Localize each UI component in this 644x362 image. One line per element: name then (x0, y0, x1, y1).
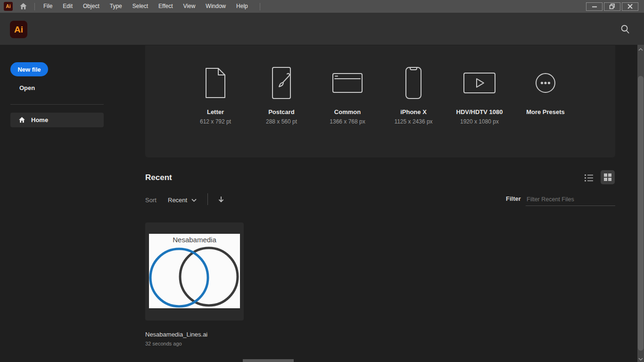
close-button[interactable] (622, 2, 638, 11)
filter-label: Filter (506, 195, 521, 202)
preset-letter[interactable]: Letter 612 x 792 pt (182, 67, 248, 157)
menu-select[interactable]: Select (127, 0, 153, 13)
preset-name: HDV/HDTV 1080 (456, 108, 503, 115)
presets-panel: Letter 612 x 792 pt Postcard 288 x 560 p… (145, 45, 615, 157)
titlebar: Ai File Edit Object Type Select Effect V… (0, 0, 644, 13)
preset-dims: 288 x 560 pt (266, 118, 297, 125)
file-thumbnail: Nesabamedia (149, 234, 240, 308)
preset-dims: 1125 x 2436 px (394, 118, 432, 125)
recent-file-card[interactable]: Nesabamedia (145, 222, 244, 321)
recent-file-timestamp: 32 seconds ago (145, 341, 182, 346)
sort-label: Sort (145, 197, 157, 204)
chevron-down-icon (191, 198, 197, 202)
preset-name: iPhone X (400, 108, 427, 115)
grid-view-button-active[interactable] (601, 170, 615, 184)
app-icon[interactable]: Ai (4, 2, 13, 11)
preset-hdv-hdtv-1080[interactable]: HDV/HDTV 1080 1920 x 1080 px (446, 67, 512, 157)
titlebar-separator (260, 3, 260, 10)
preset-common[interactable]: Common 644 x 362 px (314, 67, 380, 157)
menu-object[interactable]: Object (78, 0, 105, 13)
grid-icon (603, 173, 612, 181)
app-header: Ai (0, 13, 644, 45)
preset-name: Common (334, 108, 361, 115)
video-play-icon (463, 67, 496, 99)
sort-dropdown[interactable]: Recent (168, 197, 197, 204)
preset-dims: 1920 x 1080 px (460, 118, 499, 125)
preset-iphone-x[interactable]: iPhone X 1125 x 2436 px (380, 67, 446, 157)
more-presets[interactable]: More Presets (512, 67, 578, 157)
document-icon (204, 67, 227, 99)
menu-edit[interactable]: Edit (58, 0, 78, 13)
browser-window-icon (332, 67, 363, 99)
scroll-up-icon[interactable] (638, 46, 644, 51)
recent-file-name: Nesabamedia_Lines.ai (145, 331, 207, 338)
menu-bar: File Edit Object Type Select Effect View… (38, 0, 253, 13)
preset-name: Postcard (268, 108, 295, 115)
preset-name: Letter (207, 108, 224, 115)
scroll-down-icon[interactable] (638, 355, 644, 361)
search-icon[interactable] (619, 24, 631, 35)
window-controls (586, 2, 638, 11)
filter-recent-files-input[interactable] (526, 193, 615, 206)
titlebar-separator (34, 3, 35, 10)
recent-section-title: Recent (145, 173, 172, 182)
home-toggle-icon[interactable] (19, 2, 28, 11)
restore-button[interactable] (604, 2, 620, 11)
preset-dims: 644 x 362 px (330, 118, 365, 125)
sidebar-divider (10, 104, 104, 105)
sort-divider (207, 193, 208, 205)
home-icon (18, 116, 26, 124)
open-button[interactable]: Open (19, 84, 35, 91)
postcard-brush-icon (270, 67, 293, 99)
minimize-button[interactable] (586, 2, 603, 11)
new-file-button[interactable]: New file (10, 62, 48, 76)
preset-dims: 612 x 792 pt (200, 118, 231, 125)
ellipsis-circle-icon (535, 67, 556, 99)
sidebar-item-home-label: Home (31, 116, 48, 123)
list-view-button[interactable] (584, 173, 594, 183)
preset-name: More Presets (526, 108, 565, 115)
sidebar-item-home[interactable]: Home (10, 113, 104, 127)
sort-direction-button[interactable] (217, 196, 225, 203)
menu-type[interactable]: Type (105, 0, 127, 13)
vertical-scrollbar[interactable] (637, 45, 644, 362)
preset-postcard[interactable]: Postcard 288 x 560 pt (248, 67, 314, 157)
sort-dropdown-value: Recent (168, 197, 187, 204)
illustrator-logo: Ai (10, 21, 27, 38)
menu-view[interactable]: View (178, 0, 201, 13)
thumbnail-circles-artwork (149, 234, 240, 308)
phone-icon (405, 67, 422, 99)
menu-effect[interactable]: Effect (153, 0, 178, 13)
vertical-scrollbar-thumb[interactable] (638, 76, 644, 351)
horizontal-scrollbar-thumb[interactable] (243, 359, 294, 362)
menu-file[interactable]: File (38, 0, 58, 13)
menu-window[interactable]: Window (200, 0, 231, 13)
menu-help[interactable]: Help (231, 0, 253, 13)
illustrator-home-screen: Ai File Edit Object Type Select Effect V… (0, 0, 644, 362)
